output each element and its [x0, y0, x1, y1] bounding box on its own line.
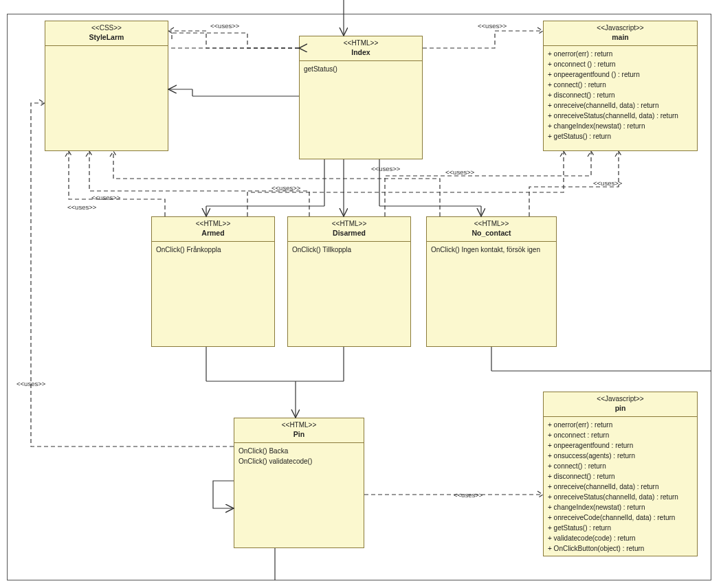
stereotype: <<HTML>>: [289, 220, 409, 227]
uses-label: <<uses>>: [371, 165, 400, 172]
uses-label: <<uses>>: [67, 203, 96, 211]
class-name: Disarmed: [289, 229, 409, 237]
member: OnClick() Ingen kontakt, försök igen: [431, 245, 552, 255]
class-nocontact: <<HTML>> No_contact OnClick() Ingen kont…: [426, 216, 557, 347]
stereotype: <<Javascript>>: [545, 24, 696, 32]
uses-label: <<uses>>: [16, 380, 45, 387]
class-body: OnClick() BackaOnClick() validatecode(): [234, 443, 364, 469]
class-name: Index: [301, 48, 421, 56]
class-stylelarm: <<CSS>> StyleLarm: [45, 21, 168, 151]
class-body: + onerror(err) : return+ onconnect () : …: [544, 46, 697, 144]
member: + onconnect : return: [548, 430, 693, 440]
uses-label: <<uses>>: [91, 194, 120, 201]
class-armed: <<HTML>> Armed OnClick() Frånkoppla: [151, 216, 275, 347]
class-name: main: [545, 33, 696, 41]
class-header: <<HTML>> Pin: [234, 418, 364, 443]
class-body: [45, 46, 168, 52]
class-name: No_contact: [428, 229, 555, 237]
member: + onreceiveStatus(channelId, data) : ret…: [548, 492, 693, 502]
uses-label: <<uses>>: [454, 491, 482, 499]
member: + validatecode(code) : return: [548, 533, 693, 543]
class-header: <<Javascript>> pin: [544, 392, 697, 417]
class-body: OnClick() Ingen kontakt, försök igen: [427, 242, 556, 258]
class-name: Armed: [153, 229, 273, 237]
class-header: <<CSS>> StyleLarm: [45, 21, 168, 46]
member: + onsuccess(agents) : return: [548, 451, 693, 461]
uses-label: <<uses>>: [593, 179, 622, 187]
member: getStatus(): [304, 64, 418, 74]
class-body: OnClick() Tillkoppla: [288, 242, 410, 258]
stereotype: <<HTML>>: [153, 220, 273, 227]
class-name: StyleLarm: [47, 33, 166, 41]
class-main: <<Javascript>> main + onerror(err) : ret…: [543, 21, 698, 151]
class-name: Pin: [236, 430, 362, 438]
member: + changeIndex(newstat) : return: [548, 502, 693, 512]
member: + onreceiveStatus(channelId, data) : ret…: [548, 111, 693, 121]
member: + connect() : return: [548, 80, 693, 90]
uses-label: <<uses>>: [478, 22, 507, 30]
uses-label: <<uses>>: [210, 22, 239, 30]
class-header: <<HTML>> Index: [300, 36, 422, 61]
member: OnClick() validatecode(): [239, 456, 359, 466]
member: + onconnect () : return: [548, 59, 693, 69]
uses-label: <<uses>>: [271, 184, 300, 192]
member: + disconnect() : return: [548, 471, 693, 482]
class-pinjs: <<Javascript>> pin + onerror(err) : retu…: [543, 392, 698, 556]
class-index: <<HTML>> Index getStatus(): [299, 36, 423, 159]
member: + onerror(err) : return: [548, 49, 693, 59]
class-header: <<HTML>> Disarmed: [288, 217, 410, 242]
member: + onreceive(channelId, data) : return: [548, 100, 693, 111]
class-disarmed: <<HTML>> Disarmed OnClick() Tillkoppla: [287, 216, 411, 347]
class-body: OnClick() Frånkoppla: [152, 242, 274, 258]
member: + getStatus() : return: [548, 523, 693, 533]
member: + onreceive(channelId, data) : return: [548, 482, 693, 492]
member: + disconnect() : return: [548, 90, 693, 100]
member: + onpeeragentfound : return: [548, 440, 693, 451]
member: + getStatus() : return: [548, 131, 693, 142]
class-header: <<Javascript>> main: [544, 21, 697, 46]
stereotype: <<HTML>>: [428, 220, 555, 227]
member: + onreceiveCode(channelId, data) : retur…: [548, 512, 693, 523]
member: OnClick() Tillkoppla: [292, 245, 406, 255]
member: + connect() : return: [548, 461, 693, 471]
member: + onpeeragentfound () : return: [548, 69, 693, 80]
member: OnClick() Frånkoppla: [156, 245, 270, 255]
class-body: + onerror(err) : return+ onconnect : ret…: [544, 417, 697, 556]
class-header: <<HTML>> No_contact: [427, 217, 556, 242]
uses-label: <<uses>>: [445, 168, 474, 176]
member: + changeIndex(newstat) : return: [548, 121, 693, 131]
class-name: pin: [545, 404, 696, 412]
stereotype: <<Javascript>>: [545, 395, 696, 403]
member: OnClick() Backa: [239, 446, 359, 456]
stereotype: <<HTML>>: [301, 39, 421, 47]
stereotype: <<HTML>>: [236, 421, 362, 429]
class-pin: <<HTML>> Pin OnClick() BackaOnClick() va…: [234, 418, 364, 548]
member: + onerror(err) : return: [548, 420, 693, 430]
class-header: <<HTML>> Armed: [152, 217, 274, 242]
member: + OnClickButton(object) : return: [548, 543, 693, 554]
class-body: getStatus(): [300, 61, 422, 77]
stereotype: <<CSS>>: [47, 24, 166, 32]
